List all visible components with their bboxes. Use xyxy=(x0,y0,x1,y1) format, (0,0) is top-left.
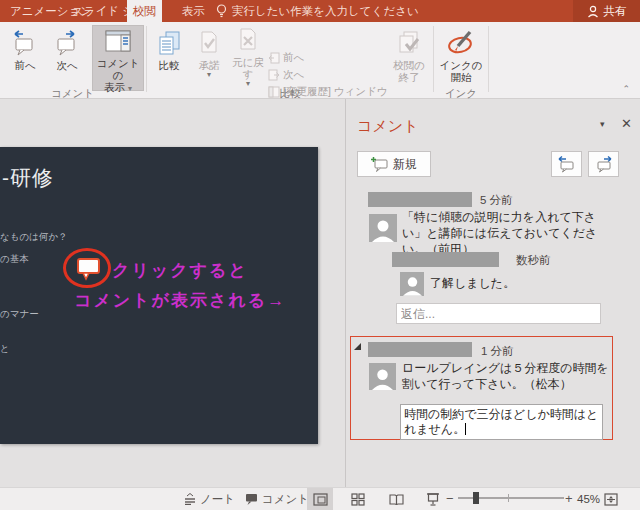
comment-text: 「特に傾聴の説明に力を入れて下さい」と講師には伝えておいてください。（前田） xyxy=(402,209,610,257)
tab-view[interactable]: 表示 xyxy=(176,0,211,22)
notes-icon xyxy=(184,493,196,505)
avatar xyxy=(369,214,397,242)
tell-me-box[interactable]: 実行したい作業を入力してください xyxy=(216,0,419,22)
pane-divider[interactable] xyxy=(345,99,346,487)
notes-toggle-button[interactable]: ノート xyxy=(184,488,235,510)
slide-canvas[interactable]: -研修 なものは何か？ の基本 のマナー と クリックすると コメントが表示され… xyxy=(0,147,318,444)
previous-change-button[interactable]: 前へ xyxy=(268,50,304,65)
compare-button[interactable]: 比較 xyxy=(152,26,186,88)
powerpoint-window: アニメーション スライド ショー 校閲 表示 実行したい作業を入力してください … xyxy=(0,0,640,510)
slideshow-view-button[interactable] xyxy=(420,488,446,510)
slideshow-icon xyxy=(426,493,440,506)
comment-author-redacted xyxy=(368,342,472,357)
next-change-button[interactable]: 次へ xyxy=(268,67,304,82)
end-review-icon xyxy=(396,26,422,56)
compare-icon xyxy=(156,26,182,56)
lightbulb-icon xyxy=(216,4,227,18)
reject-icon xyxy=(236,26,260,53)
next-comment-label: 次へ xyxy=(56,59,77,71)
previous-comment-label: 前へ xyxy=(14,59,35,71)
zoom-slider-thumb[interactable] xyxy=(473,492,479,504)
comments-toggle-button[interactable]: コメント xyxy=(245,488,309,510)
zoom-in-button[interactable]: + xyxy=(565,491,573,506)
new-comment-icon xyxy=(371,157,388,172)
slide-sorter-icon xyxy=(351,493,365,506)
group-separator xyxy=(146,26,147,92)
notes-label: ノート xyxy=(200,492,235,507)
comment-timestamp: 5 分前 xyxy=(480,193,513,208)
comment-author-redacted xyxy=(368,192,472,207)
pane-options-chevron-icon[interactable]: ▾ xyxy=(600,119,605,129)
show-comments-label-line1: コメントの xyxy=(93,57,143,81)
next-comment-icon xyxy=(54,26,80,56)
accept-icon xyxy=(197,26,221,56)
reject-button[interactable]: 元に戻す ▾ xyxy=(228,26,268,88)
show-comments-icon xyxy=(104,28,132,54)
text-cursor xyxy=(465,423,466,435)
normal-view-button[interactable] xyxy=(307,488,333,510)
collapse-ribbon-button[interactable]: ⌃ xyxy=(622,84,630,94)
comment-text: ロールプレイングは５分程度の時間を割いて行って下さい。（松本） xyxy=(402,360,610,392)
slide-text-fragment: と xyxy=(0,343,10,356)
end-review-label-line1: 校閲の xyxy=(393,59,425,71)
start-inking-button[interactable]: インクの 開始 xyxy=(438,26,484,88)
person-icon xyxy=(587,5,599,18)
reply-draft-input[interactable]: 時間の制約で三分ほどしか時間はとれません。 xyxy=(400,404,603,440)
zoom-slider-center-tick xyxy=(508,494,509,502)
reply-input[interactable] xyxy=(396,303,601,324)
previous-change-icon xyxy=(268,52,280,64)
annotation-text-line1: クリックすると xyxy=(112,259,248,282)
previous-comment-button[interactable]: 前へ xyxy=(6,26,44,88)
slide-text-fragment: なものは何か？ xyxy=(0,231,68,244)
comment-timestamp: 1 分前 xyxy=(481,344,514,359)
slide-text-fragment: のマナー xyxy=(0,308,39,321)
previous-comment-pane-icon xyxy=(557,156,576,173)
next-comment-button[interactable]: 次へ xyxy=(48,26,86,88)
dropdown-arrow-icon: ▾ xyxy=(207,71,211,79)
start-inking-label-line1: インクの xyxy=(440,59,483,71)
fit-to-window-icon xyxy=(604,493,618,506)
next-comment-pane-icon xyxy=(594,156,613,173)
person-silhouette-icon xyxy=(372,218,394,242)
comment-timestamp: 数秒前 xyxy=(516,253,551,268)
avatar xyxy=(369,363,396,390)
expand-triangle-icon[interactable] xyxy=(354,343,361,350)
reply-draft-text: 時間の制約で三分ほどしか時間はとれません。 xyxy=(404,407,598,436)
tell-me-label: 実行したい作業を入力してください xyxy=(232,0,419,22)
fit-to-window-button[interactable] xyxy=(600,488,622,510)
slide-title-fragment: -研修 xyxy=(2,164,54,192)
show-comments-button[interactable]: コメントの 表示 ▾ xyxy=(92,25,144,91)
comment-text: 了解しました。 xyxy=(430,275,605,291)
previous-change-label: 前へ xyxy=(283,51,304,65)
previous-comment-icon xyxy=(12,26,38,56)
slide-text-fragment: の基本 xyxy=(0,253,29,266)
pane-close-icon[interactable]: ✕ xyxy=(621,116,632,131)
new-comment-button[interactable]: 新規 xyxy=(357,151,431,177)
share-button[interactable]: 共有 xyxy=(573,0,640,22)
previous-comment-pane-button[interactable] xyxy=(551,151,582,177)
comment-author-redacted xyxy=(392,252,499,267)
comments-icon xyxy=(245,493,258,505)
group-separator xyxy=(488,26,489,92)
comments-label: コメント xyxy=(262,492,309,507)
start-inking-label-line2: 開始 xyxy=(451,71,472,83)
compare-label: 比較 xyxy=(159,59,180,71)
end-review-label-line2: 終了 xyxy=(399,71,420,83)
next-change-label: 次へ xyxy=(283,68,304,82)
zoom-out-button[interactable]: − xyxy=(446,491,454,506)
reading-view-icon xyxy=(389,493,404,506)
slide-sorter-view-button[interactable] xyxy=(345,488,371,510)
group-separator xyxy=(433,26,434,92)
zoom-level[interactable]: 45% xyxy=(577,493,600,505)
reject-label: 元に戻す xyxy=(228,56,268,80)
tab-review[interactable]: 校閲 xyxy=(127,0,162,22)
end-review-button[interactable]: 校閲の 終了 xyxy=(388,26,430,88)
next-comment-pane-button[interactable] xyxy=(588,151,619,177)
reading-view-button[interactable] xyxy=(383,488,409,510)
annotation-text-line2: コメントが表示される→ xyxy=(74,289,286,312)
start-inking-icon xyxy=(447,26,475,56)
new-comment-label: 新規 xyxy=(393,156,417,173)
comments-pane-title: コメント xyxy=(357,117,418,136)
person-silhouette-icon xyxy=(403,275,422,296)
accept-button[interactable]: 承諾 ▾ xyxy=(192,26,226,88)
